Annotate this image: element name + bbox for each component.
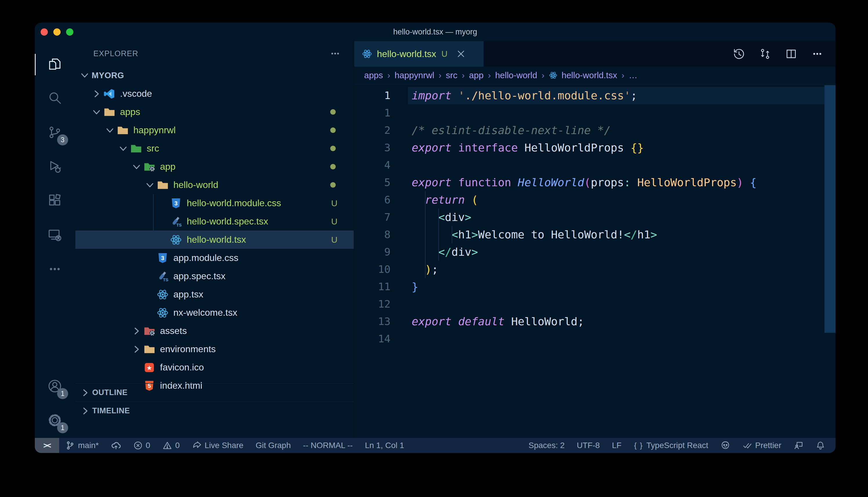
tree-item[interactable]: nx-welcome.tsx <box>75 303 354 322</box>
statusbar-notifications[interactable] <box>810 441 831 450</box>
tree-item[interactable]: TSapp.spec.tsx <box>75 267 354 285</box>
statusbar-live-share-contacts[interactable] <box>787 441 810 450</box>
git-compare-icon[interactable] <box>759 48 771 60</box>
code-editor[interactable]: 1import './hello-world.module.css';12/* … <box>354 85 836 438</box>
breadcrumb-item[interactable]: src <box>446 70 457 80</box>
tree-root-myorg[interactable]: MYORG <box>75 66 354 85</box>
folder-file-icon <box>116 124 129 137</box>
indent-guide <box>438 209 439 261</box>
code-line-content: ); <box>390 261 438 278</box>
statusbar-language-mode[interactable]: { }TypeScript React <box>628 441 714 450</box>
bell-icon <box>815 441 825 450</box>
tree-item[interactable]: hello-world <box>75 176 354 194</box>
code-line: 4 <box>354 156 836 174</box>
sidebar-header: EXPLORER <box>75 41 354 66</box>
tree-item[interactable]: .vscode <box>75 85 354 103</box>
history-icon[interactable] <box>733 48 745 60</box>
tree-item[interactable]: hello-world.tsxU <box>75 230 354 249</box>
activity-item-search[interactable] <box>35 82 75 116</box>
breadcrumb-label: hello-world.tsx <box>562 70 617 80</box>
breadcrumb-item[interactable]: hello-world <box>495 70 537 80</box>
extensions-icon <box>47 193 62 209</box>
git-modified-dot <box>330 109 336 115</box>
activity-item-run-debug[interactable] <box>35 150 75 184</box>
line-number: 2 <box>354 122 390 139</box>
breadcrumb-item[interactable]: hello-world.tsx <box>549 70 617 80</box>
tree-item[interactable]: app <box>75 158 354 176</box>
activity-item-remote-explorer[interactable] <box>35 218 75 253</box>
git-modified-dot <box>330 146 336 151</box>
code-line-content: export function HelloWorld(props: HelloW… <box>390 174 757 191</box>
vscode-window: hello-world.tsx — myorg 311 EXPLORER MYO… <box>35 23 836 453</box>
breadcrumb-item[interactable]: … <box>629 70 637 80</box>
svg-text:TS: TS <box>176 223 182 227</box>
activity-item-more-views[interactable] <box>35 253 75 287</box>
statusbar-live-share[interactable]: Live Share <box>186 441 250 450</box>
activity-item-explorer[interactable] <box>35 47 75 82</box>
code-line-content <box>390 104 412 122</box>
activity-item-accounts[interactable]: 1 <box>35 370 75 404</box>
split-editor-icon[interactable] <box>785 48 797 60</box>
tree-item[interactable]: assets <box>75 322 354 340</box>
statusbar-eol[interactable]: LF <box>606 441 628 450</box>
tab-hello-world-tsx[interactable]: hello-world.tsx U <box>354 41 484 67</box>
activity-item-extensions[interactable] <box>35 184 75 218</box>
statusbar-vim-mode[interactable]: -- NORMAL -- <box>297 441 359 450</box>
statusbar-github[interactable] <box>714 441 736 450</box>
editor-scrollbar[interactable] <box>825 85 836 333</box>
statusbar-encoding[interactable]: UTF-8 <box>571 441 606 450</box>
timeline-section-header[interactable]: TIMELINE <box>75 401 354 420</box>
close-tab-icon[interactable] <box>456 49 466 59</box>
tree-indent-guide <box>153 194 154 249</box>
tree-item[interactable]: src <box>75 139 354 158</box>
activity-item-settings[interactable]: 1 <box>35 404 75 438</box>
file-tree: .vscodeappshappynrwlsrcapphello-world3he… <box>75 85 354 395</box>
tree-item[interactable]: TShello-world.spec.tsxU <box>75 212 354 230</box>
statusbar-git-graph[interactable]: Git Graph <box>250 441 297 450</box>
statusbar-sync-changes[interactable] <box>105 441 127 450</box>
chevron-down-icon <box>103 126 116 135</box>
statusbar-indentation[interactable]: Spaces: 2 <box>522 441 571 450</box>
statusbar-label: UTF-8 <box>577 441 600 450</box>
outline-section-header[interactable]: OUTLINE <box>75 383 354 401</box>
tree-item[interactable]: environments <box>75 340 354 358</box>
breadcrumb: apps›happynrwl›src›app›hello-world›hello… <box>354 67 836 85</box>
tree-item[interactable]: ★favicon.ico <box>75 358 354 377</box>
tree-item[interactable]: happynrwl <box>75 121 354 139</box>
breadcrumb-item[interactable]: happynrwl <box>395 70 434 80</box>
statusbar-git-branch[interactable]: main* <box>59 441 105 450</box>
breadcrumb-item[interactable]: app <box>469 70 484 80</box>
line-number: 1 <box>354 87 390 104</box>
folder-src-file-icon <box>130 142 142 155</box>
tree-item[interactable]: 3hello-world.module.cssU <box>75 194 354 212</box>
statusbar-errors[interactable]: 0 <box>127 441 156 450</box>
statusbar-cursor-position[interactable]: Ln 1, Col 1 <box>359 441 410 450</box>
ellipsis-icon[interactable] <box>811 48 823 60</box>
octoface-icon <box>720 441 730 450</box>
breadcrumb-separator-icon: › <box>462 70 465 80</box>
statusbar-prettier[interactable]: Prettier <box>736 441 787 450</box>
tree-item[interactable]: 3app.module.css <box>75 249 354 267</box>
statusbar-label: 0 <box>146 441 150 450</box>
statusbar-label: TypeScript React <box>647 441 708 450</box>
line-number: 1 <box>354 104 390 122</box>
breadcrumb-item[interactable]: apps <box>364 70 383 80</box>
code-line-content: <div> <box>390 209 471 226</box>
folder-file-icon <box>156 179 169 191</box>
code-line: 12 <box>354 295 836 313</box>
code-line: 1 <box>354 104 836 122</box>
code-line: 6 return ( <box>354 191 836 209</box>
line-number: 8 <box>354 226 390 243</box>
tree-item[interactable]: apps <box>75 103 354 121</box>
remote-indicator[interactable]: >< <box>35 438 59 453</box>
outline-label: OUTLINE <box>92 388 127 397</box>
tree-item-label: app <box>160 161 175 172</box>
error-icon <box>133 441 143 450</box>
chevron-right-icon <box>81 388 90 397</box>
statusbar-warnings[interactable]: 0 <box>156 441 186 450</box>
tree-item[interactable]: app.tsx <box>75 285 354 303</box>
activity-item-source-control[interactable]: 3 <box>35 116 75 150</box>
titlebar: hello-world.tsx — myorg <box>35 23 836 41</box>
git-modified-dot <box>330 127 336 133</box>
explorer-more-actions-icon[interactable] <box>329 48 341 59</box>
